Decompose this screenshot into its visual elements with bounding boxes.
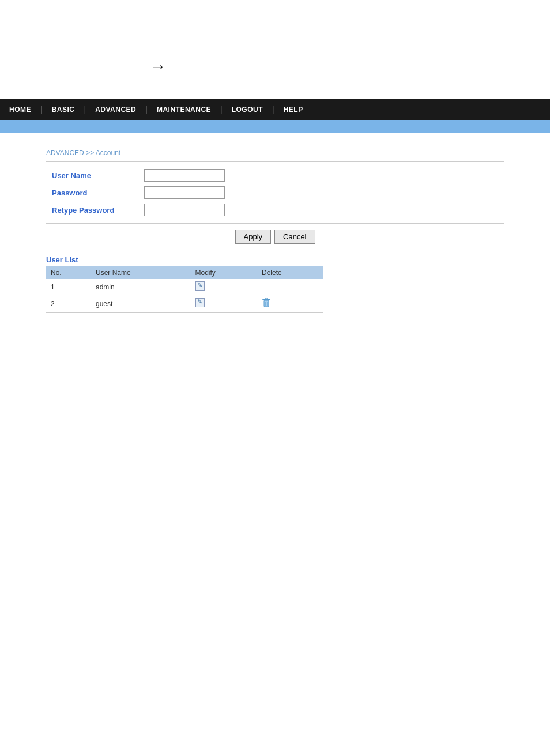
edit-icon-1[interactable]: [195, 281, 205, 291]
nav-logout[interactable]: LOGOUT: [223, 99, 272, 120]
content-area: ADVANCED >> Account User Name Password R…: [0, 133, 550, 324]
edit-icon-2[interactable]: [195, 298, 205, 307]
account-form: User Name Password Retype Password: [52, 169, 504, 216]
apply-button[interactable]: Apply: [235, 230, 272, 244]
row1-no: 1: [46, 279, 91, 295]
user-list-title: User List: [46, 255, 504, 264]
user-table: No. User Name Modify Delete 1 admin 2 gu…: [46, 266, 323, 313]
col-username: User Name: [91, 266, 190, 279]
row2-no: 2: [46, 295, 91, 313]
table-header-row: No. User Name Modify Delete: [46, 266, 323, 279]
username-input[interactable]: [144, 169, 225, 182]
password-row: Password: [52, 186, 504, 199]
row2-delete: [257, 295, 323, 313]
table-row: 1 admin: [46, 279, 323, 295]
breadcrumb-current: Account: [96, 149, 120, 157]
nav-maintenance[interactable]: MAINTENANCE: [148, 99, 220, 120]
arrow-icon: →: [0, 0, 550, 99]
col-no: No.: [46, 266, 91, 279]
row2-modify: [191, 295, 257, 313]
top-divider: [46, 161, 504, 162]
navigation-bar: HOME | BASIC | ADVANCED | MAINTENANCE | …: [0, 99, 550, 120]
breadcrumb-parent: ADVANCED: [46, 149, 84, 157]
svg-rect-2: [265, 298, 268, 300]
bottom-divider: [46, 223, 504, 224]
col-delete: Delete: [257, 266, 323, 279]
username-row: User Name: [52, 169, 504, 182]
nav-help[interactable]: HELP: [274, 99, 312, 120]
password-input[interactable]: [144, 186, 225, 199]
delete-icon-2[interactable]: [262, 298, 270, 307]
username-label: User Name: [52, 171, 144, 180]
retype-password-row: Retype Password: [52, 204, 504, 216]
row1-username: admin: [91, 279, 190, 295]
nav-advanced[interactable]: ADVANCED: [86, 99, 145, 120]
breadcrumb-separator: >>: [86, 149, 96, 157]
cancel-button[interactable]: Cancel: [274, 230, 315, 244]
nav-basic[interactable]: BASIC: [43, 99, 84, 120]
blue-bar: [0, 120, 550, 133]
password-label: Password: [52, 189, 144, 197]
col-modify: Modify: [191, 266, 257, 279]
svg-rect-1: [264, 300, 269, 307]
form-buttons: Apply Cancel: [46, 230, 504, 244]
row1-modify: [191, 279, 257, 295]
nav-home[interactable]: HOME: [0, 99, 40, 120]
table-row: 2 guest: [46, 295, 323, 313]
breadcrumb: ADVANCED >> Account: [46, 149, 504, 157]
retype-password-input[interactable]: [144, 204, 225, 216]
retype-password-label: Retype Password: [52, 206, 144, 215]
row2-username: guest: [91, 295, 190, 313]
row1-delete: [257, 279, 323, 295]
